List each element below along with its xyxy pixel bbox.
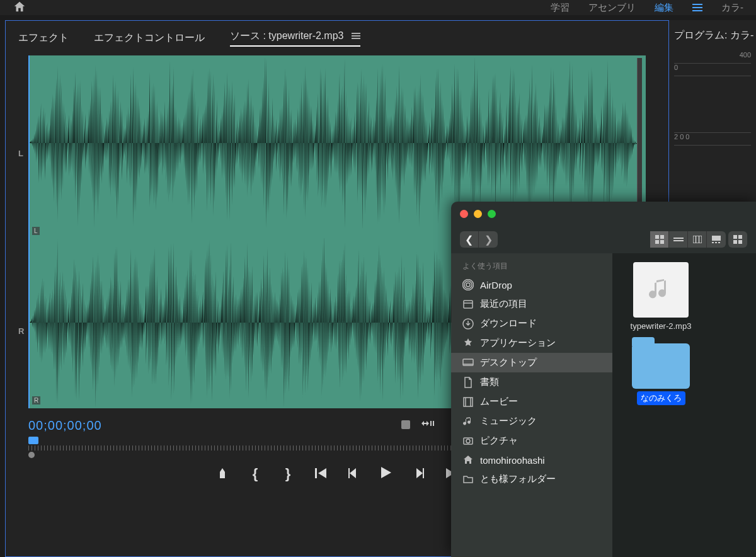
tab-effect-controls[interactable]: エフェクトコントロール [94, 32, 205, 45]
gallery-view-button[interactable] [707, 231, 726, 248]
go-to-in-button[interactable] [312, 466, 329, 482]
close-button[interactable] [460, 210, 468, 218]
svg-point-27 [464, 281, 472, 289]
workspace-tabs: 学習 アセンブリ 編集 カラ- [551, 0, 756, 15]
workspace-color[interactable]: カラ- [721, 2, 743, 14]
group-button[interactable] [728, 231, 747, 248]
file-item-1[interactable]: なのみくろ [621, 343, 701, 405]
finder-file-area[interactable]: typewriter-2.mp3なのみくろ [612, 253, 756, 557]
sidebar-item-label: アプリケーション [480, 337, 556, 349]
sidebar-item-2[interactable]: ダウンロード [451, 314, 612, 333]
recents-icon [462, 299, 474, 310]
workspace-assembly[interactable]: アセンブリ [588, 2, 636, 14]
sidebar-item-label: ダウンロード [480, 318, 537, 330]
tab-source[interactable]: ソース : typewriter-2.mp3 [230, 30, 360, 47]
list-view-button[interactable] [669, 231, 688, 248]
play-button[interactable] [377, 466, 395, 482]
sidebar-item-label: デスクトップ [480, 357, 537, 369]
svg-rect-11 [655, 235, 659, 239]
file-label: typewriter-2.mp3 [627, 320, 696, 332]
maximize-button[interactable] [488, 210, 496, 218]
svg-rect-8 [348, 468, 350, 478]
sidebar-item-1[interactable]: 最近の項目 [451, 294, 612, 314]
playhead-marker[interactable] [28, 437, 38, 444]
add-marker-button[interactable] [214, 466, 231, 482]
svg-rect-34 [464, 398, 472, 406]
svg-rect-13 [655, 240, 659, 244]
sidebar-item-label: 最近の項目 [480, 298, 527, 310]
svg-rect-20 [715, 242, 717, 243]
sidebar-item-4[interactable]: デスクトップ [451, 353, 612, 372]
timecode[interactable]: 00;00;00;00 [28, 418, 102, 433]
ruler-tick: 0 [674, 64, 751, 76]
mark-out-button[interactable]: } [279, 466, 297, 482]
applications-icon [462, 338, 474, 349]
view-mode-segment [650, 231, 726, 248]
svg-rect-25 [738, 240, 742, 244]
workspace-edit[interactable]: 編集 [655, 2, 673, 14]
documents-icon [462, 377, 474, 388]
folder-icon [462, 474, 474, 485]
sidebar-item-0[interactable]: AirDrop [451, 275, 612, 294]
svg-rect-15 [693, 236, 702, 243]
downloads-icon [462, 318, 474, 330]
sidebar-header-favorites: よく使う項目 [451, 257, 612, 275]
sidebar-item-label: tomohiroohashi [480, 455, 545, 466]
tab-menu-icon[interactable] [352, 30, 360, 42]
sidebar-item-3[interactable]: アプリケーション [451, 333, 612, 353]
svg-rect-29 [464, 301, 472, 308]
program-ruler: 400 0 2 0 0 [669, 51, 756, 146]
svg-rect-14 [660, 240, 664, 244]
sidebar-item-10[interactable]: とも様フォルダー [451, 469, 612, 489]
workspace-menu-icon[interactable] [692, 3, 702, 13]
finder-titlebar[interactable] [451, 202, 756, 226]
tab-effects[interactable]: エフェクト [18, 32, 69, 45]
folder-icon [632, 343, 690, 389]
mark-in-button[interactable]: { [246, 466, 264, 482]
time-ruler[interactable] [28, 437, 457, 454]
back-button[interactable]: ❮ [460, 231, 479, 248]
sidebar-item-6[interactable]: ムービー [451, 392, 612, 411]
sidebar-item-5[interactable]: 書類 [451, 372, 612, 392]
finder-sidebar: よく使う項目 AirDrop最近の項目ダウンロードアプリケーションデスクトップ書… [451, 253, 612, 557]
svg-rect-22 [733, 235, 737, 239]
svg-rect-9 [423, 468, 424, 478]
zoom-handle[interactable] [28, 452, 35, 458]
sidebar-item-label: ミュージック [480, 415, 537, 427]
sidebar-item-label: 書類 [480, 376, 499, 388]
channel-label-left: L [18, 149, 23, 158]
svg-rect-23 [738, 235, 742, 239]
ruler-tick: 400 [674, 51, 751, 64]
workspace-learn[interactable]: 学習 [551, 2, 570, 14]
insert-icon[interactable] [421, 419, 435, 433]
home-icon[interactable] [13, 0, 28, 15]
finder-toolbar: ❮ ❯ [451, 226, 756, 253]
tab-source-label: ソース : typewriter-2.mp3 [230, 30, 343, 41]
program-title: プログラム: カラ- [669, 20, 756, 51]
forward-button[interactable]: ❯ [479, 231, 498, 248]
pictures-icon [462, 435, 474, 447]
sidebar-item-9[interactable]: tomohiroohashi [451, 451, 612, 469]
file-item-0[interactable]: typewriter-2.mp3 [621, 262, 701, 332]
sidebar-item-7[interactable]: ミュージック [451, 411, 612, 431]
traffic-lights [460, 210, 496, 218]
svg-point-38 [466, 439, 470, 443]
svg-rect-18 [712, 236, 721, 241]
icon-view-button[interactable] [650, 231, 669, 248]
step-back-button[interactable] [345, 466, 362, 482]
svg-rect-6 [401, 420, 410, 429]
finder-window: ❮ ❯ よく使う項目 AirDrop最近の項目ダウンロードアプリケーションデスク… [451, 202, 756, 557]
audio-file-icon [633, 262, 689, 318]
top-bar: 学習 アセンブリ 編集 カラ- [0, 0, 756, 15]
sidebar-item-8[interactable]: ピクチャ [451, 431, 612, 451]
column-view-button[interactable] [688, 231, 707, 248]
ruler-tick: 2 0 0 [674, 133, 751, 146]
movies-icon [462, 396, 474, 408]
minimize-button[interactable] [474, 210, 482, 218]
channel-label-right: R [18, 326, 24, 336]
step-forward-button[interactable] [410, 466, 428, 482]
settings-icon[interactable] [400, 419, 411, 433]
svg-point-26 [466, 283, 470, 287]
music-icon [462, 416, 474, 427]
airdrop-icon [462, 279, 474, 290]
